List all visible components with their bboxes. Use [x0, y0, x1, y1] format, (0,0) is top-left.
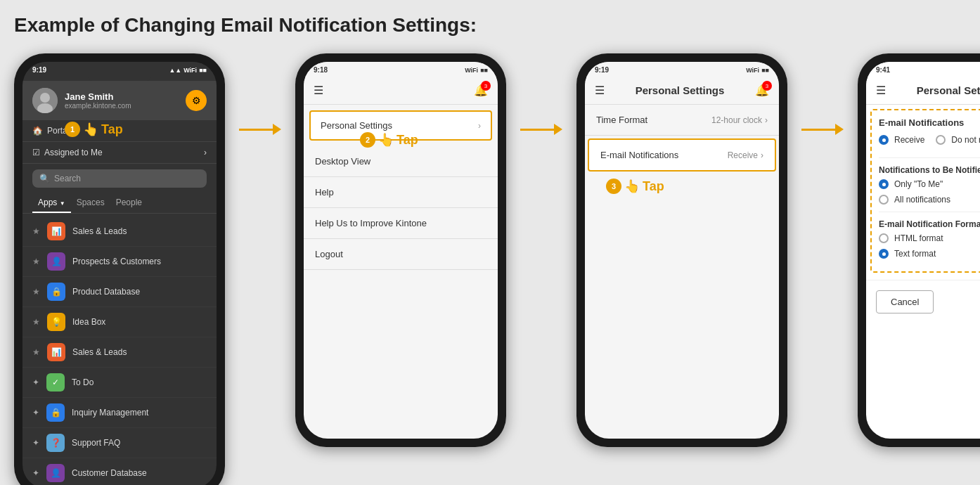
phone4-title: Personal Settings [917, 84, 980, 96]
list-item[interactable]: ✦ ✓ To Do [22, 368, 217, 398]
search-icon: 🔍 [39, 174, 50, 183]
list-item[interactable]: ✦ 🔒 Inquiry Management [22, 398, 217, 428]
search-placeholder: Search [54, 174, 81, 183]
avatar [32, 88, 58, 113]
receive-options: Receive Do not receive [879, 135, 980, 150]
phone1-status-icons: ▲▲ WiFi ■■ [169, 67, 207, 74]
app-name-support: Support FAQ [72, 438, 207, 448]
star-icon: ★ [32, 317, 40, 327]
app-name-sales-leads2: Sales & Leads [72, 347, 207, 357]
phone3-notification-bell[interactable]: 🔔 3 [755, 84, 769, 97]
list-item[interactable]: ★ 💡 Idea Box [22, 307, 217, 337]
phone-4: 9:41 WiFi ■■ ☰ Personal Settings 🔔 3 E-m… [858, 53, 980, 447]
phone2-time: 9:18 [314, 66, 328, 74]
time-format-value: 12-hour clock › [711, 115, 768, 125]
notif-by-email-title: Notifications to Be Notified by E-mail [879, 165, 980, 175]
arrow-1 [239, 124, 281, 135]
text-format-radio[interactable]: Text format [879, 249, 980, 259]
list-item[interactable]: ★ 🔒 Product Database [22, 277, 217, 307]
email-notif-highlighted[interactable]: E-mail Notifications Receive › [588, 138, 776, 172]
email-settings-panel: E-mail Notifications Receive Do not rece… [870, 109, 980, 273]
arrow-3 [801, 124, 844, 135]
app-name-product: Product Database [72, 287, 207, 297]
star-icon: ★ [32, 347, 40, 357]
all-notifications-radio[interactable]: All notifications [879, 195, 980, 205]
divider1 [879, 157, 980, 158]
phone-2: 9:18 WiFi ■■ ☰ 🔔 3 Personal Settings [295, 53, 506, 447]
menu-list: Personal Settings › 2 👆 Tap Desktop View… [304, 110, 498, 270]
profile-info: Jane Smith example.kintone.com [65, 91, 179, 110]
arrow-2 [520, 124, 562, 135]
tap3-num: 3 [606, 179, 621, 194]
phone-1: 9:19 ▲▲ WiFi ■■ Ja [14, 53, 225, 485]
html-format-radio[interactable]: HTML format [879, 233, 980, 243]
chevron-right-icon: › [204, 148, 207, 157]
personal-settings-label: Personal Settings [321, 120, 392, 131]
tap2-num: 2 [360, 132, 375, 148]
email-notif-section-title: E-mail Notifications [879, 117, 980, 128]
desktop-view-item[interactable]: Desktop View [304, 146, 498, 177]
time-format-row[interactable]: Time Format 12-hour clock › [585, 105, 779, 136]
list-item[interactable]: ✦ ❓ Support FAQ [22, 428, 217, 458]
tab-spaces[interactable]: Spaces [71, 193, 110, 213]
phone1-time: 9:19 [32, 66, 46, 74]
email-notifications-label: E-mail Notifications [600, 150, 678, 160]
all-notifications-radio-circle [879, 195, 889, 205]
text-format-label: Text format [894, 249, 936, 259]
phone-3: 9:19 WiFi ■■ ☰ Personal Settings 🔔 3 Tim… [576, 53, 787, 447]
phone2-status-icons: WiFi ■■ [465, 67, 488, 74]
list-item[interactable]: ★ 📊 Sales & Leads [22, 216, 217, 247]
tap2-label: Tap [396, 133, 418, 148]
phone3-time: 9:19 [595, 66, 609, 74]
email-notifications-row[interactable]: E-mail Notifications Receive › [589, 140, 775, 170]
notification-bell[interactable]: 🔔 3 [474, 84, 488, 97]
only-to-me-radio[interactable]: Only "To Me" [879, 179, 980, 189]
hand2-icon: 👆 [378, 132, 394, 148]
help-item[interactable]: Help [304, 177, 498, 208]
app-icon-sales2: 📊 [47, 343, 65, 361]
text-format-radio-circle [879, 249, 889, 259]
tab-apps[interactable]: Apps ▼ [32, 193, 71, 213]
cancel-button[interactable]: Cancel [876, 290, 934, 313]
phone3-hamburger-icon[interactable]: ☰ [595, 84, 605, 97]
app-name-prospects: Prospects & Customers [72, 257, 207, 266]
app-name-customer: Customer Database [72, 468, 207, 478]
hamburger-icon[interactable]: ☰ [314, 84, 323, 97]
list-item[interactable]: ★ 📊 Sales & Leads [22, 337, 217, 368]
gear-button[interactable]: ⚙ [186, 90, 207, 111]
phone4-header: ☰ Personal Settings 🔔 3 [866, 77, 980, 105]
svg-point-1 [40, 93, 50, 103]
receive-radio[interactable]: Receive [879, 135, 924, 145]
tap1-num: 1 [65, 122, 80, 137]
logout-item[interactable]: Logout [304, 239, 498, 270]
phone2-header: ☰ 🔔 3 [304, 77, 498, 105]
tap3-label: Tap [643, 179, 664, 194]
help-improve-item[interactable]: Help Us to Improve Kintone [304, 208, 498, 239]
phone3-notification-badge: 3 [762, 81, 772, 91]
star-icon: ✦ [32, 468, 39, 478]
app-icon-product: 🔒 [47, 283, 65, 301]
app-icon-inquiry: 🔒 [46, 403, 65, 422]
app-name-todo: To Do [72, 377, 207, 387]
receive-radio-circle [879, 135, 889, 145]
phone3-title: Personal Settings [636, 84, 725, 96]
home-icon: 🏠 [32, 126, 43, 136]
do-not-receive-radio[interactable]: Do not receive [936, 135, 980, 145]
assigned-row[interactable]: ☑ Assigned to Me › [22, 142, 217, 164]
hand1-icon: 👆 [83, 122, 98, 137]
notif-format-title: E-mail Notification Format [879, 219, 980, 229]
list-item[interactable]: ★ 👤 Prospects & Customers [22, 247, 217, 277]
only-to-me-label: Only "To Me" [894, 179, 943, 189]
search-bar[interactable]: 🔍 Search [32, 169, 207, 188]
profile-header: Jane Smith example.kintone.com ⚙ [22, 81, 217, 120]
phone4-hamburger-icon[interactable]: ☰ [876, 84, 886, 97]
all-notifications-label: All notifications [894, 195, 950, 205]
phone4-footer: Cancel Save [866, 280, 980, 323]
check-icon: ☑ [32, 148, 40, 157]
star-icon: ★ [32, 287, 40, 297]
page-title: Example of Changing Email Notification S… [14, 14, 966, 37]
tab-row: Apps ▼ Spaces People [22, 193, 217, 214]
star-icon: ★ [32, 226, 40, 236]
list-item[interactable]: ✦ 👤 Customer Database [22, 458, 217, 485]
tab-people[interactable]: People [110, 193, 148, 213]
